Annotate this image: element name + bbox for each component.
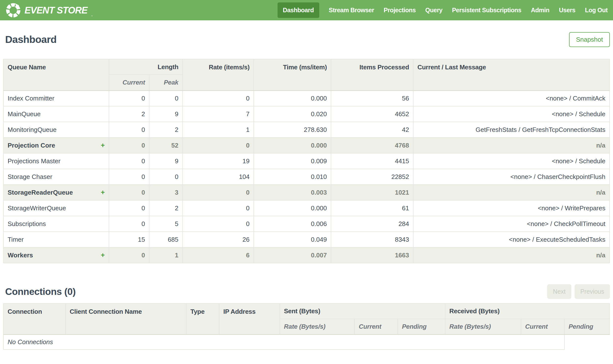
queues-table: Queue Name Length Rate (items/s) Time (m…	[3, 59, 610, 263]
connections-pager: Next Previous	[547, 284, 610, 299]
table-row: Index Committer 0 0 0 0.000 56 <none> / …	[3, 91, 610, 106]
queue-name-cell: Projections Master	[3, 153, 109, 169]
nav-projections[interactable]: Projections	[383, 7, 416, 14]
queue-name-cell: Workers +	[3, 247, 109, 263]
table-row-group: StorageReaderQueue + 0 3 0 0.003 1021 n/…	[3, 184, 610, 200]
col-length-current: Current	[109, 75, 149, 91]
table-row: MainQueue 2 9 7 0.020 4652 <none> / Sche…	[3, 106, 610, 122]
logo-wordmark: EVENT STORE	[25, 6, 87, 15]
col-time: Time (ms/item)	[254, 59, 331, 91]
nav-admin[interactable]: Admin	[531, 7, 549, 14]
queue-name-cell: Storage Chaser	[3, 169, 109, 184]
no-connections-message: No Connections	[3, 334, 564, 350]
snapshot-button[interactable]: Snapshot	[569, 32, 610, 47]
queue-name-cell: Subscriptions	[3, 216, 109, 232]
col-type: Type	[186, 303, 219, 334]
main-content: Dashboard Snapshot Queue Name Length Rat…	[0, 32, 613, 350]
nav-log-out[interactable]: Log Out	[585, 7, 608, 14]
table-row: MonitoringQueue 0 2 1 278.630 42 GetFres…	[3, 122, 610, 138]
page-title: Dashboard	[5, 34, 57, 45]
col-length-peak: Peak	[149, 75, 183, 91]
col-sent-bytes: Sent (Bytes)	[280, 303, 445, 319]
table-row: StorageWriterQueue 0 2 0 0.000 61 <none>…	[3, 200, 610, 216]
col-message: Current / Last Message	[413, 59, 610, 91]
queue-name-cell: StorageReaderQueue +	[3, 184, 109, 200]
queue-name-cell: StorageWriterQueue	[3, 200, 109, 216]
event-store-ring-icon	[5, 2, 21, 18]
col-received-bytes: Received (Bytes)	[445, 303, 610, 319]
nav-persistent-subscriptions[interactable]: Persistent Subscriptions	[452, 7, 521, 14]
nav-users[interactable]: Users	[559, 7, 575, 14]
nav-query[interactable]: Query	[425, 7, 442, 14]
logo-trademark-dot: .	[91, 13, 92, 17]
no-connections-row: No Connections	[3, 334, 610, 350]
col-items-processed: Items Processed	[331, 59, 413, 91]
table-row-group: Projection Core + 0 52 0 0.000 4768 n/a	[3, 138, 610, 153]
event-store-logo: EVENT STORE .	[5, 2, 93, 18]
col-sent-pending: Pending	[398, 319, 445, 334]
col-received-rate: Rate (Bytes/s)	[445, 319, 521, 334]
next-button[interactable]: Next	[547, 284, 571, 299]
col-queue-name: Queue Name	[3, 59, 109, 91]
col-connection: Connection	[3, 303, 66, 334]
connections-title: Connections (0)	[5, 286, 76, 297]
col-received-pending: Pending	[564, 319, 610, 334]
queue-name-cell: Projection Core +	[3, 138, 109, 153]
table-row: Projections Master 0 9 19 0.009 4415 <no…	[3, 153, 610, 169]
queue-name-cell: MainQueue	[3, 106, 109, 122]
top-navigation-bar: EVENT STORE . Dashboard Stream Browser P…	[0, 0, 613, 20]
queue-name-cell: Index Committer	[3, 91, 109, 106]
col-sent-rate: Rate (Bytes/s)	[280, 319, 354, 334]
main-nav: Dashboard Stream Browser Projections Que…	[278, 0, 608, 20]
col-length: Length	[109, 59, 183, 75]
col-ip-address: IP Address	[219, 303, 280, 334]
table-row: Timer 15 685 26 0.049 8343 <none> / Exec…	[3, 232, 610, 247]
expand-icon[interactable]: +	[101, 142, 105, 149]
expand-icon[interactable]: +	[101, 252, 105, 259]
table-row: Storage Chaser 0 0 104 0.010 22852 <none…	[3, 169, 610, 184]
col-sent-current: Current	[354, 319, 398, 334]
connections-table: Connection Client Connection Name Type I…	[3, 303, 610, 350]
col-received-current: Current	[521, 319, 564, 334]
col-client-connection-name: Client Connection Name	[66, 303, 186, 334]
expand-icon[interactable]: +	[101, 189, 105, 196]
nav-dashboard[interactable]: Dashboard	[278, 2, 319, 18]
queue-name-cell: MonitoringQueue	[3, 122, 109, 138]
queue-name-cell: Timer	[3, 232, 109, 247]
empty-cell	[564, 334, 610, 350]
table-row-group: Workers + 0 1 6 0.007 1663 n/a	[3, 247, 610, 263]
previous-button[interactable]: Previous	[575, 284, 610, 299]
col-rate: Rate (items/s)	[183, 59, 254, 91]
table-row: Subscriptions 0 5 0 0.006 284 <none> / C…	[3, 216, 610, 232]
nav-stream-browser[interactable]: Stream Browser	[329, 7, 374, 14]
